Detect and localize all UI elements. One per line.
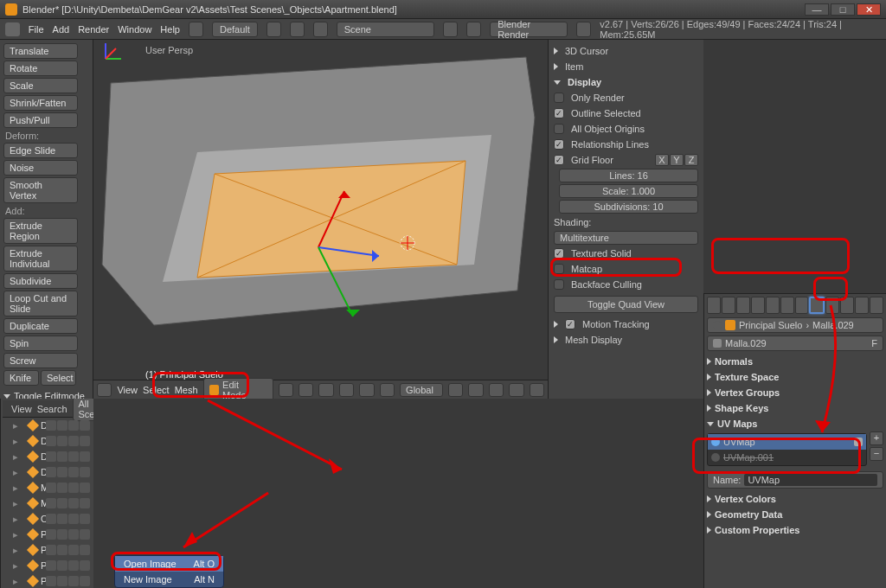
tool-scale[interactable]: Scale: [3, 78, 78, 93]
screen-layout-dd[interactable]: Default: [212, 22, 258, 37]
close-button[interactable]: ✕: [857, 3, 881, 16]
tool-subdivide[interactable]: Subdivide: [3, 273, 78, 289]
tab-object[interactable]: [766, 297, 780, 314]
uvmap-name-input[interactable]: UVMap: [744, 474, 877, 486]
menu-help[interactable]: Help: [160, 24, 180, 35]
uvmap-remove-btn[interactable]: −: [870, 447, 883, 461]
scene-del-icon[interactable]: [466, 22, 481, 37]
cb-backface[interactable]: [554, 279, 564, 290]
outliner-item[interactable]: ▸Dormitorio Cama: [3, 418, 92, 433]
limit-visible-icon[interactable]: [468, 383, 483, 397]
cb-motion[interactable]: ✓: [565, 319, 575, 329]
tab-world[interactable]: [751, 297, 765, 314]
blender-icon[interactable]: [576, 22, 591, 37]
maximize-button[interactable]: □: [831, 3, 855, 16]
pin-icon[interactable]: [713, 321, 722, 329]
tab-particles[interactable]: [855, 297, 869, 314]
tab-object-data[interactable]: [809, 297, 825, 314]
tab-scene[interactable]: [736, 297, 750, 314]
scene-add-icon[interactable]: [443, 22, 458, 37]
vp-menu-view[interactable]: View: [117, 385, 138, 395]
scene-browse-icon[interactable]: [313, 22, 328, 37]
sect-display[interactable]: Display: [568, 77, 601, 87]
outliner-view[interactable]: View: [11, 404, 32, 414]
cb-rel-lines[interactable]: ✓: [554, 139, 564, 150]
sect-vcolors[interactable]: Vertex Colors: [715, 494, 776, 504]
tool-push-pull[interactable]: Push/Pull: [3, 112, 78, 128]
menu-new-image[interactable]: New ImageAlt N: [115, 572, 223, 587]
tab-constraints[interactable]: [780, 297, 794, 314]
sect-uvmaps[interactable]: UV Maps: [717, 419, 757, 429]
uvmap-add-btn[interactable]: +: [870, 431, 883, 445]
toggle-quad-btn[interactable]: Toggle Quad View: [554, 296, 698, 313]
tab-physics[interactable]: [870, 297, 883, 314]
vp-menu-select[interactable]: Select: [143, 385, 170, 395]
sect-mesh-display[interactable]: Mesh Display: [565, 335, 622, 345]
manipulator-icon[interactable]: [318, 383, 333, 397]
outliner-item[interactable]: ▸Marcos: [3, 495, 92, 511]
sect-vgroups[interactable]: Vertex Groups: [715, 387, 780, 398]
mesh-name-field[interactable]: Malla.029 F: [707, 336, 883, 351]
mode-dropdown[interactable]: Edit Mode: [203, 378, 273, 399]
tool-screw[interactable]: Screw: [3, 353, 78, 368]
viewport-type-icon[interactable]: [97, 383, 112, 397]
outliner-item[interactable]: ▸Madera: [3, 480, 92, 495]
layers-icon[interactable]: [448, 383, 463, 397]
tool-extrude-individual[interactable]: Extrude Individual: [3, 246, 78, 272]
manip-trans-icon[interactable]: [339, 383, 354, 397]
outliner-item[interactable]: ▸Dormitorio Pared: [3, 449, 92, 464]
axis-y-btn[interactable]: Y: [670, 154, 684, 166]
vp-menu-mesh[interactable]: Mesh: [175, 385, 198, 395]
tab-modifiers[interactable]: [795, 297, 809, 314]
tool-knife[interactable]: Knife: [3, 370, 39, 386]
menu-add[interactable]: Add: [53, 24, 70, 35]
cb-outline-selected[interactable]: ✓: [554, 108, 564, 118]
outliner-item[interactable]: ▸Pasillo Suelo: [3, 573, 92, 588]
render-icon[interactable]: [530, 383, 544, 397]
sect-item[interactable]: Item: [565, 61, 583, 72]
tool-extrude-region[interactable]: Extrude Region: [3, 218, 78, 244]
outliner-search[interactable]: Search: [37, 404, 67, 414]
subdiv-field[interactable]: Subdivisions: 10: [559, 200, 698, 214]
menu-file[interactable]: File: [29, 24, 44, 35]
cb-textured-solid[interactable]: ✓: [554, 248, 564, 259]
scale-field[interactable]: Scale: 1.000: [559, 184, 698, 198]
toggle-editmode-section[interactable]: Toggle Editmode: [3, 391, 89, 399]
render-engine-dd[interactable]: Blender Render: [490, 22, 568, 37]
outliner-item[interactable]: ▸Pared Recibidor: [3, 527, 92, 542]
shading-dd[interactable]: Multitexture: [554, 231, 698, 245]
tool-duplicate[interactable]: Duplicate: [3, 318, 78, 334]
sect-normals[interactable]: Normals: [715, 356, 753, 367]
editor-type-icon[interactable]: [5, 22, 20, 36]
tool-translate[interactable]: Translate: [3, 43, 78, 59]
proportional-icon[interactable]: [489, 383, 504, 397]
tool-loop-cut[interactable]: Loop Cut and Slide: [3, 291, 78, 316]
axis-x-btn[interactable]: X: [655, 154, 669, 166]
cb-matcap[interactable]: [554, 264, 564, 274]
menu-render[interactable]: Render: [78, 24, 109, 35]
layout-browse-icon[interactable]: [189, 22, 203, 37]
scene-dd[interactable]: Scene: [337, 22, 434, 37]
pivot-icon[interactable]: [299, 383, 313, 397]
outliner-item[interactable]: ▸Pared Remate Sup: [3, 542, 92, 558]
menu-window[interactable]: Window: [118, 24, 151, 35]
tab-texture[interactable]: [840, 297, 854, 314]
tool-smooth-vertex[interactable]: Smooth Vertex: [3, 177, 78, 203]
outliner-item[interactable]: ▸Pasillo Pared: [3, 558, 92, 573]
outliner-item[interactable]: ▸Dormitorio Colchon: [3, 433, 92, 449]
cb-grid-floor[interactable]: ✓: [554, 155, 564, 165]
manip-rot-icon[interactable]: [359, 383, 374, 397]
sect-customprops[interactable]: Custom Properties: [715, 525, 799, 535]
tool-noise[interactable]: Noise: [3, 160, 78, 176]
manip-scale-icon[interactable]: [380, 383, 395, 397]
tab-material[interactable]: [825, 297, 839, 314]
tool-spin[interactable]: Spin: [3, 336, 78, 351]
minimize-button[interactable]: —: [805, 3, 829, 16]
camera-icon[interactable]: [854, 438, 863, 446]
axis-z-btn[interactable]: Z: [684, 154, 698, 166]
tab-layers[interactable]: [722, 297, 735, 314]
sect-shapekeys[interactable]: Shape Keys: [715, 403, 768, 413]
sect-geodata[interactable]: Geometry Data: [715, 509, 782, 520]
shading-icon[interactable]: [279, 383, 293, 397]
snap-icon[interactable]: [509, 383, 523, 397]
